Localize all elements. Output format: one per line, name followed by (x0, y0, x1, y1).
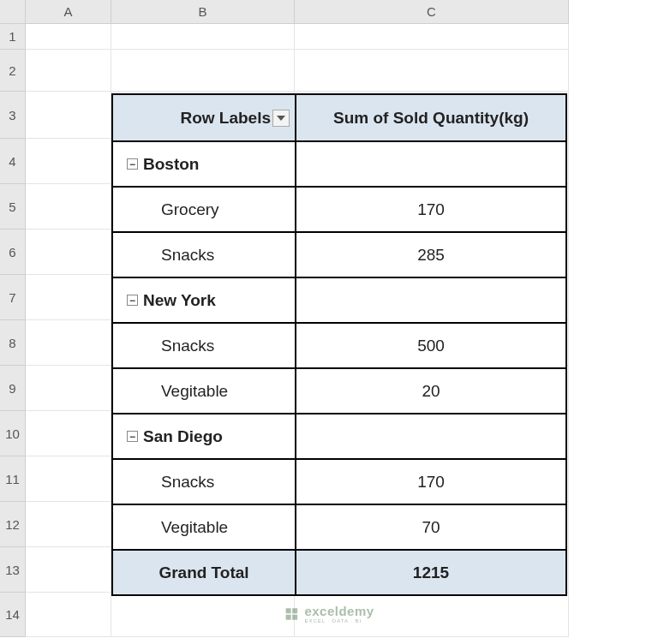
col-header-a[interactable]: A (26, 0, 111, 24)
pivot-item[interactable]: Snacks (112, 323, 296, 368)
filter-dropdown-button[interactable] (272, 110, 290, 127)
col-header-c[interactable]: C (295, 0, 569, 24)
row-header[interactable]: 2 (0, 50, 26, 92)
row-header[interactable]: 7 (0, 275, 26, 320)
row-header[interactable]: 9 (0, 366, 26, 411)
pivot-header-row-labels[interactable]: Row Labels (112, 94, 296, 141)
pivot-item-value[interactable]: 20 (296, 368, 566, 414)
pivot-item[interactable]: Vegitable (112, 368, 296, 414)
row-header[interactable]: 13 (0, 547, 26, 593)
row-header[interactable]: 8 (0, 320, 26, 366)
logo-icon (284, 606, 299, 622)
row-header[interactable]: 11 (0, 456, 26, 502)
pivot-item-label: Snacks (161, 473, 214, 492)
row-header[interactable]: 3 (0, 92, 26, 139)
select-all-corner[interactable] (0, 0, 26, 24)
pivot-group-label: Boston (143, 155, 199, 174)
pivot-item-label: Vegitable (161, 518, 228, 537)
pivot-item[interactable]: Grocery (112, 187, 296, 232)
pivot-item-value[interactable]: 500 (296, 323, 566, 368)
pivot-group-san-diego[interactable]: − San Diego (112, 414, 296, 459)
column-headers: A B C (26, 0, 569, 24)
pivot-header-value[interactable]: Sum of Sold Quantity(kg) (296, 94, 566, 141)
pivot-item-value[interactable]: 70 (296, 504, 566, 550)
pivot-group-label: New York (143, 291, 216, 310)
pivot-group-boston[interactable]: − Boston (112, 141, 296, 187)
pivot-group-value-empty[interactable] (296, 141, 566, 187)
pivot-group-value-empty[interactable] (296, 414, 566, 459)
watermark-sub: EXCEL · DATA · BI (304, 618, 374, 623)
row-header[interactable]: 14 (0, 593, 26, 637)
collapse-icon[interactable]: − (127, 158, 138, 170)
row-header[interactable]: 10 (0, 411, 26, 456)
row-header[interactable]: 6 (0, 230, 26, 275)
pivot-item-value[interactable]: 285 (296, 232, 566, 277)
pivot-item[interactable]: Snacks (112, 232, 296, 277)
collapse-icon[interactable]: − (127, 431, 138, 442)
pivot-item-label: Snacks (161, 337, 214, 355)
pivot-header-row-labels-text: Row Labels (180, 109, 271, 128)
pivot-item-value[interactable]: 170 (296, 187, 566, 232)
spreadsheet: A B C 1 2 3 4 5 6 7 8 9 10 11 12 13 14 (0, 0, 658, 644)
pivot-table: Row Labels Sum of Sold Quantity(kg) − Bo… (111, 93, 567, 596)
row-header[interactable]: 12 (0, 502, 26, 547)
pivot-item-value[interactable]: 170 (296, 459, 566, 504)
pivot-grand-total-label[interactable]: Grand Total (112, 550, 296, 595)
row-header[interactable]: 1 (0, 24, 26, 50)
watermark-main: exceldemy (304, 605, 374, 617)
chevron-down-icon (277, 116, 285, 121)
collapse-icon[interactable]: − (127, 295, 138, 306)
pivot-grand-total-value[interactable]: 1215 (296, 550, 566, 595)
pivot-group-label: San Diego (143, 427, 223, 446)
pivot-header-value-text: Sum of Sold Quantity(kg) (333, 109, 529, 128)
row-header[interactable]: 4 (0, 139, 26, 184)
pivot-item[interactable]: Vegitable (112, 504, 296, 550)
row-header[interactable]: 5 (0, 184, 26, 230)
pivot-item-label: Vegitable (161, 382, 228, 401)
pivot-item[interactable]: Snacks (112, 459, 296, 504)
pivot-group-value-empty[interactable] (296, 277, 566, 323)
pivot-item-label: Snacks (161, 246, 214, 265)
col-header-b[interactable]: B (111, 0, 295, 24)
row-headers: 1 2 3 4 5 6 7 8 9 10 11 12 13 14 (0, 24, 26, 637)
watermark: exceldemy EXCEL · DATA · BI (284, 605, 374, 623)
pivot-item-label: Grocery (161, 200, 219, 219)
pivot-group-new-york[interactable]: − New York (112, 277, 296, 323)
